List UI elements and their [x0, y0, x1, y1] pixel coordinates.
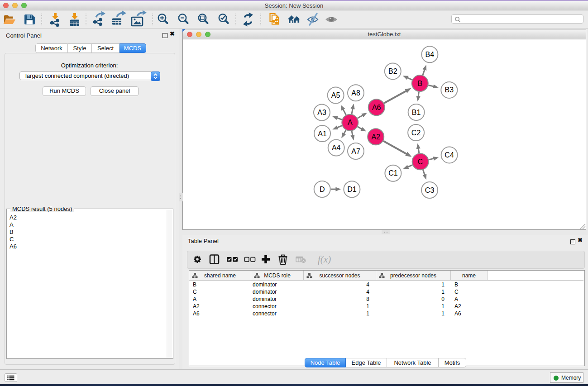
svg-text:D: D	[320, 186, 325, 193]
svg-text:A1: A1	[318, 130, 327, 138]
svg-text:C: C	[418, 158, 423, 166]
svg-text:A6: A6	[372, 104, 381, 111]
svg-text:B2: B2	[388, 67, 397, 75]
svg-text:C2: C2	[411, 129, 421, 137]
svg-text:A5: A5	[331, 91, 340, 99]
svg-text:D1: D1	[347, 186, 357, 193]
svg-text:B3: B3	[445, 86, 454, 94]
svg-text:B4: B4	[425, 51, 435, 58]
svg-text:A3: A3	[317, 109, 326, 116]
svg-text:C4: C4	[445, 151, 454, 159]
svg-text:A8: A8	[351, 89, 360, 97]
svg-text:B: B	[417, 80, 422, 87]
svg-text:A7: A7	[351, 148, 360, 155]
svg-text:f(x): f(x)	[318, 254, 331, 265]
svg-text:B1: B1	[412, 109, 421, 116]
svg-text:A4: A4	[332, 144, 341, 152]
svg-text:C1: C1	[388, 169, 398, 177]
svg-text:A: A	[348, 119, 353, 126]
svg-text:A2: A2	[371, 133, 380, 141]
svg-text:C3: C3	[425, 186, 435, 194]
